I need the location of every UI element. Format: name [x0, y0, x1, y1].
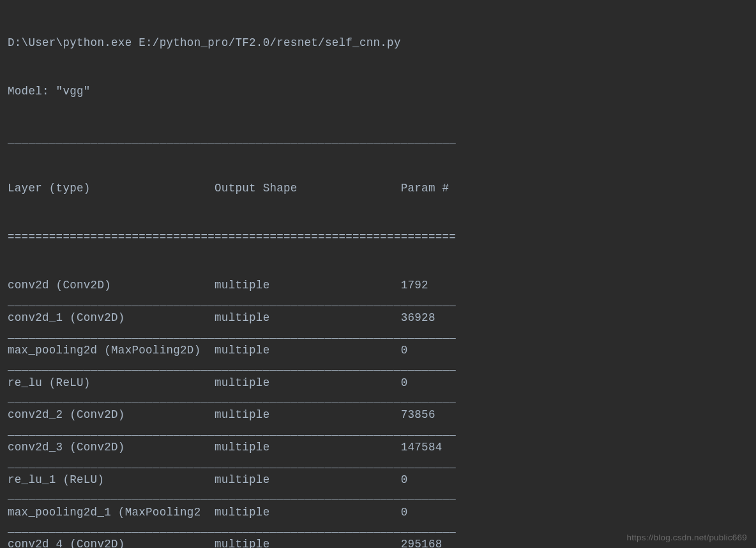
- separator-thin: ________________________________________…: [8, 327, 756, 343]
- table-row: max_pooling2d_1 (MaxPooling2 multiple 0: [8, 505, 756, 521]
- model-line: Model: "vgg": [8, 84, 756, 100]
- table-row: re_lu (ReLU) multiple 0: [8, 375, 756, 391]
- table-row: conv2d_1 (Conv2D) multiple 36928: [8, 310, 756, 326]
- watermark-text: https://blog.csdn.net/public669: [626, 531, 747, 544]
- separator-thin: ________________________________________…: [8, 424, 756, 440]
- table-row: conv2d_3 (Conv2D) multiple 147584: [8, 440, 756, 455]
- table-row: max_pooling2d (MaxPooling2D) multiple 0: [8, 343, 756, 359]
- terminal-output: D:\User\python.exe E:/python_pro/TF2.0/r…: [8, 3, 756, 548]
- table-row: conv2d_2 (Conv2D) multiple 73856: [8, 407, 756, 423]
- separator-thin: ________________________________________…: [8, 456, 756, 472]
- separator-thin: ________________________________________…: [8, 132, 756, 148]
- command-line: D:\User\python.exe E:/python_pro/TF2.0/r…: [8, 35, 756, 51]
- separator-thin: ________________________________________…: [8, 359, 756, 374]
- table-body: conv2d (Conv2D) multiple 1792___________…: [8, 278, 756, 548]
- separator-thin: ________________________________________…: [8, 294, 756, 310]
- table-header: Layer (type) Output Shape Param #: [8, 181, 756, 196]
- separator-thin: ________________________________________…: [8, 391, 756, 407]
- table-row: re_lu_1 (ReLU) multiple 0: [8, 472, 756, 488]
- separator-thin: ________________________________________…: [8, 488, 756, 504]
- separator-thick: ========================================…: [8, 229, 756, 245]
- table-row: conv2d (Conv2D) multiple 1792: [8, 278, 756, 293]
